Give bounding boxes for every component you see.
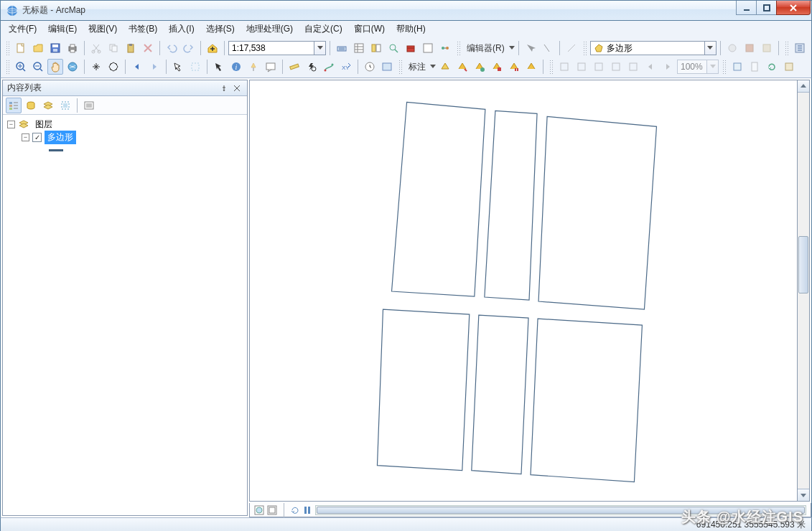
catalog-button[interactable] <box>368 40 384 56</box>
zoom-input[interactable] <box>677 60 707 74</box>
menu-edit[interactable]: 编辑(E) <box>43 22 82 37</box>
editor-label[interactable]: 编辑器(R) <box>464 42 508 55</box>
dropdown-icon[interactable] <box>430 65 436 69</box>
view-unplaced-button[interactable] <box>523 59 539 75</box>
vertical-scrollbar[interactable] <box>798 80 810 502</box>
pin-button[interactable] <box>218 83 230 94</box>
close-button[interactable] <box>776 1 811 15</box>
refresh-view-button[interactable] <box>291 506 299 514</box>
toolbar-options-button[interactable] <box>792 40 808 56</box>
menu-customize[interactable]: 自定义(C) <box>299 22 347 37</box>
collapse-icon[interactable]: − <box>7 121 15 128</box>
toolbar-grip[interactable] <box>457 41 460 55</box>
select-elements-button[interactable] <box>211 59 227 75</box>
collapse-icon[interactable]: − <box>22 133 29 141</box>
dropdown-icon[interactable] <box>705 41 717 55</box>
maximize-button[interactable] <box>756 1 777 15</box>
dropdown-icon[interactable] <box>509 46 515 50</box>
search-button[interactable] <box>386 40 401 56</box>
layout-forward-button[interactable] <box>660 59 676 75</box>
options-button[interactable] <box>81 98 97 113</box>
toolbar-grip[interactable] <box>6 60 9 74</box>
edit-tool-button[interactable] <box>523 40 538 56</box>
toolbar-grip[interactable] <box>549 60 553 74</box>
straight-segment-button[interactable] <box>564 40 579 56</box>
new-button[interactable] <box>13 40 29 56</box>
table-of-contents-button[interactable] <box>351 40 367 56</box>
label-manager-button[interactable] <box>437 59 453 75</box>
redo-button[interactable] <box>181 40 197 56</box>
pause-drawing-button[interactable] <box>304 506 311 514</box>
pause-labels-button[interactable] <box>506 59 522 75</box>
find-button[interactable] <box>304 59 319 75</box>
scroll-thumb[interactable] <box>317 507 805 514</box>
swipe-button[interactable] <box>742 40 757 56</box>
hyperlink-button[interactable] <box>246 59 261 75</box>
print-button[interactable] <box>65 40 80 56</box>
paste-button[interactable] <box>123 40 139 56</box>
go-to-xy-button[interactable]: XY <box>338 59 354 75</box>
copy-button[interactable] <box>106 40 121 56</box>
scale-input[interactable] <box>228 41 314 55</box>
list-by-drawing-order-button[interactable] <box>6 98 22 113</box>
layout-whole-page-button[interactable] <box>608 59 624 75</box>
scroll-track[interactable] <box>798 93 809 489</box>
create-viewer-button[interactable] <box>379 59 395 75</box>
effects-button[interactable] <box>724 40 740 56</box>
undo-button[interactable] <box>164 40 179 56</box>
clear-selection-button[interactable] <box>187 59 203 75</box>
menu-window[interactable]: 窗口(W) <box>349 22 390 37</box>
symbol-swatch[interactable] <box>49 149 63 151</box>
measure-button[interactable] <box>286 59 302 75</box>
identify-button[interactable]: i <box>228 59 244 75</box>
list-by-visibility-button[interactable] <box>40 98 56 113</box>
scroll-up-button[interactable] <box>798 80 809 93</box>
layout-view-tab[interactable] <box>267 505 277 515</box>
editor-toolbar-button[interactable] <box>334 40 350 56</box>
horizontal-scrollbar[interactable] <box>315 505 806 515</box>
delete-button[interactable] <box>140 40 156 56</box>
scale-combo[interactable] <box>228 41 326 55</box>
map-canvas[interactable] <box>249 80 798 502</box>
menu-view[interactable]: 视图(V) <box>83 22 122 37</box>
toolbar-grip[interactable] <box>6 41 9 55</box>
layout-zoom-out-button[interactable] <box>574 59 589 75</box>
layer-visibility-checkbox[interactable] <box>32 133 42 142</box>
toolbar-grip[interactable] <box>722 60 726 74</box>
open-button[interactable] <box>30 40 46 56</box>
back-extent-button[interactable] <box>129 59 145 75</box>
layout-pan-button[interactable] <box>591 59 607 75</box>
menu-select[interactable]: 选择(S) <box>201 22 240 37</box>
layout-zoom-in-button[interactable] <box>556 59 572 75</box>
layout-zoom-combo[interactable] <box>677 60 719 74</box>
tree-symbol[interactable] <box>7 144 243 156</box>
find-route-button[interactable] <box>321 59 337 75</box>
minimize-button[interactable] <box>736 1 757 15</box>
python-button[interactable] <box>420 40 436 56</box>
toolbar-grip[interactable] <box>785 41 788 55</box>
list-by-selection-button[interactable] <box>57 98 73 113</box>
data-driven-pages-button[interactable] <box>729 59 745 75</box>
tree-root[interactable]: − 图层 <box>7 118 243 131</box>
zoom-out-button[interactable] <box>30 59 46 75</box>
layout-100-button[interactable] <box>625 59 641 75</box>
list-by-source-button[interactable] <box>23 98 39 113</box>
menu-help[interactable]: 帮助(H) <box>391 22 431 37</box>
close-panel-button[interactable] <box>231 83 243 94</box>
html-popup-button[interactable] <box>263 59 279 75</box>
edit-annotation-button[interactable] <box>540 40 556 56</box>
time-slider-button[interactable] <box>362 59 378 75</box>
menu-file[interactable]: 文件(F) <box>4 22 42 37</box>
label-priority-button[interactable] <box>454 59 470 75</box>
select-features-button[interactable] <box>170 59 186 75</box>
toggle-draft-button[interactable] <box>781 59 797 75</box>
zoom-in-button[interactable] <box>13 59 29 75</box>
label-weight-button[interactable] <box>472 59 487 75</box>
toolbar-grip[interactable] <box>398 60 402 74</box>
save-button[interactable] <box>47 40 63 56</box>
layout-back-button[interactable] <box>643 59 658 75</box>
menu-bookmarks[interactable]: 书签(B) <box>123 22 162 37</box>
dropdown-icon[interactable] <box>314 41 326 55</box>
pan-button[interactable] <box>47 59 63 75</box>
full-extent-button[interactable] <box>65 59 80 75</box>
